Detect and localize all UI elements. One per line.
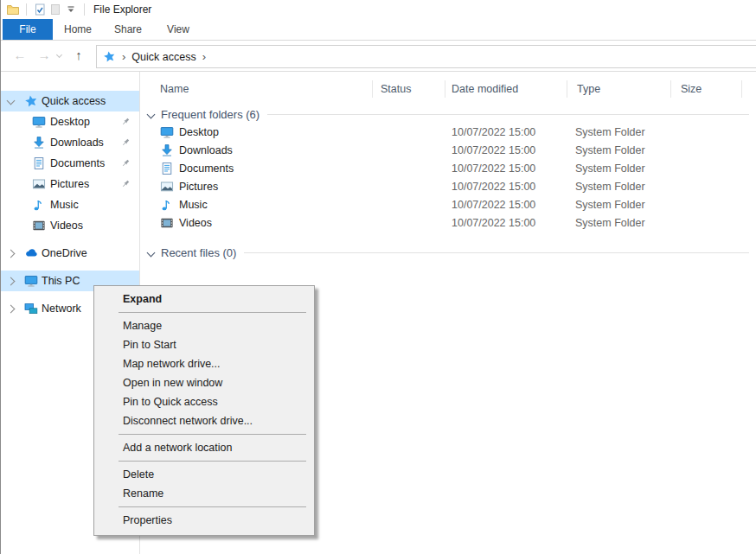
tab-share[interactable]: Share xyxy=(103,19,153,40)
group-rule xyxy=(267,114,749,115)
menu-item-map-network-drive[interactable]: Map network drive... xyxy=(94,354,314,373)
breadcrumb-chevron-icon[interactable]: › xyxy=(122,50,125,63)
properties-check-icon[interactable] xyxy=(32,2,48,17)
qat-customize-chevron-icon[interactable] xyxy=(63,2,79,17)
menu-item-properties[interactable]: Properties xyxy=(94,511,314,530)
column-divider[interactable] xyxy=(567,80,567,98)
column-divider[interactable] xyxy=(372,80,373,98)
sidebar-item-documents[interactable]: Documents xyxy=(1,153,139,174)
file-date-modified: 10/07/2022 15:00 xyxy=(452,199,535,211)
music-icon xyxy=(160,198,174,212)
file-type: System Folder xyxy=(575,162,645,175)
menu-item-rename[interactable]: Rename xyxy=(94,484,314,503)
sidebar-item-label: Desktop xyxy=(50,116,90,128)
file-row-desktop[interactable]: Desktop 10/07/2022 15:00 System Folder xyxy=(140,124,756,142)
tab-home[interactable]: Home xyxy=(53,19,103,40)
menu-item-disconnect-network-drive[interactable]: Disconnect network drive... xyxy=(94,411,314,430)
column-header-date-modified[interactable]: Date modified xyxy=(452,83,518,95)
sidebar-item-videos[interactable]: Videos xyxy=(1,215,139,236)
context-menu: Expand Manage Pin to Start Map network d… xyxy=(93,285,315,536)
file-name: Downloads xyxy=(179,144,233,156)
up-button[interactable]: ↑ xyxy=(70,44,87,65)
column-header-name[interactable]: Name xyxy=(160,83,189,95)
menu-item-delete[interactable]: Delete xyxy=(94,465,314,484)
music-icon xyxy=(32,198,46,212)
sidebar-item-music[interactable]: Music xyxy=(1,194,139,215)
desktop-icon xyxy=(160,125,174,139)
column-divider[interactable] xyxy=(741,80,742,98)
pin-icon[interactable] xyxy=(120,117,131,127)
file-type: System Folder xyxy=(575,144,645,156)
sidebar-item-downloads[interactable]: Downloads xyxy=(1,132,139,153)
sidebar-item-label: Music xyxy=(50,199,79,211)
sidebar-item-label: Videos xyxy=(50,220,83,232)
quick-access-star-icon xyxy=(24,94,38,108)
file-name: Videos xyxy=(179,217,212,229)
expander-chevron-icon[interactable] xyxy=(7,277,16,286)
file-type: System Folder xyxy=(575,199,645,211)
group-header-recent-files[interactable]: Recent files (0) xyxy=(140,243,756,262)
new-folder-icon[interactable] xyxy=(48,2,63,17)
forward-button[interactable]: → xyxy=(35,44,53,65)
desktop-icon xyxy=(32,115,46,129)
menu-item-pin-to-start[interactable]: Pin to Start xyxy=(94,335,314,354)
onedrive-icon xyxy=(24,246,38,260)
column-divider[interactable] xyxy=(670,80,671,98)
file-row-music[interactable]: Music 10/07/2022 15:00 System Folder xyxy=(140,196,756,214)
documents-icon xyxy=(32,156,46,170)
sidebar-item-label: Documents xyxy=(50,157,105,169)
sidebar-item-desktop[interactable]: Desktop xyxy=(1,111,139,132)
sidebar-item-label: Pictures xyxy=(50,178,89,190)
column-divider[interactable] xyxy=(445,80,445,98)
breadcrumb-root[interactable]: Quick access xyxy=(131,51,195,63)
this-pc-icon xyxy=(24,274,38,288)
menu-separator xyxy=(119,506,306,507)
tab-file[interactable]: File xyxy=(3,19,53,40)
sidebar-item-pictures[interactable]: Pictures xyxy=(1,174,139,194)
expander-chevron-icon[interactable] xyxy=(7,97,16,105)
sidebar-item-onedrive[interactable]: OneDrive xyxy=(1,243,139,264)
group-label: Recent files (0) xyxy=(161,246,236,259)
column-headers: Name Status Date modified Type Size xyxy=(140,79,756,101)
file-name: Music xyxy=(179,199,208,211)
column-header-type[interactable]: Type xyxy=(577,83,600,95)
titlebar-separator xyxy=(26,3,27,16)
file-date-modified: 10/07/2022 15:00 xyxy=(452,181,535,193)
pin-icon[interactable] xyxy=(120,158,131,169)
menu-item-manage[interactable]: Manage xyxy=(94,316,314,335)
recent-locations-chevron-icon[interactable] xyxy=(54,44,64,65)
titlebar: File Explorer xyxy=(1,0,756,19)
expander-chevron-icon[interactable] xyxy=(7,250,16,258)
group-rule xyxy=(244,252,749,253)
group-header-frequent-folders[interactable]: Frequent folders (6) xyxy=(140,105,756,124)
expander-chevron-icon[interactable] xyxy=(7,305,16,314)
sidebar-item-quick-access[interactable]: Quick access xyxy=(1,91,139,111)
network-icon xyxy=(24,302,38,315)
address-bar[interactable]: › Quick access › xyxy=(96,45,756,68)
file-date-modified: 10/07/2022 15:00 xyxy=(452,162,535,175)
group-collapse-chevron-icon[interactable] xyxy=(147,248,156,257)
breadcrumb-chevron-icon[interactable]: › xyxy=(202,50,206,63)
menu-item-add-a-network-location[interactable]: Add a network location xyxy=(94,438,314,457)
file-row-downloads[interactable]: Downloads 10/07/2022 15:00 System Folder xyxy=(140,142,756,160)
file-row-pictures[interactable]: Pictures 10/07/2022 15:00 System Folder xyxy=(140,178,756,196)
column-header-status[interactable]: Status xyxy=(381,83,411,95)
file-date-modified: 10/07/2022 15:00 xyxy=(452,144,535,156)
videos-icon xyxy=(160,216,174,230)
group-collapse-chevron-icon[interactable] xyxy=(147,110,156,118)
tab-view[interactable]: View xyxy=(153,19,203,40)
sidebar-item-label: Quick access xyxy=(42,95,106,107)
back-button[interactable]: ← xyxy=(11,44,29,65)
menu-item-expand[interactable]: Expand xyxy=(94,290,314,309)
navigation-bar: ← → ↑ › Quick access › xyxy=(1,41,756,72)
file-row-documents[interactable]: Documents 10/07/2022 15:00 System Folder xyxy=(140,160,756,178)
explorer-folder-icon[interactable] xyxy=(5,2,21,17)
menu-item-open-in-new-window[interactable]: Open in new window xyxy=(94,373,314,392)
menu-item-pin-to-quick-access[interactable]: Pin to Quick access xyxy=(94,392,314,411)
file-name: Documents xyxy=(179,162,234,175)
pin-icon[interactable] xyxy=(120,137,131,148)
column-header-size[interactable]: Size xyxy=(681,83,702,95)
file-date-modified: 10/07/2022 15:00 xyxy=(452,126,535,138)
file-row-videos[interactable]: Videos 10/07/2022 15:00 System Folder xyxy=(140,214,756,232)
pin-icon[interactable] xyxy=(120,179,131,189)
